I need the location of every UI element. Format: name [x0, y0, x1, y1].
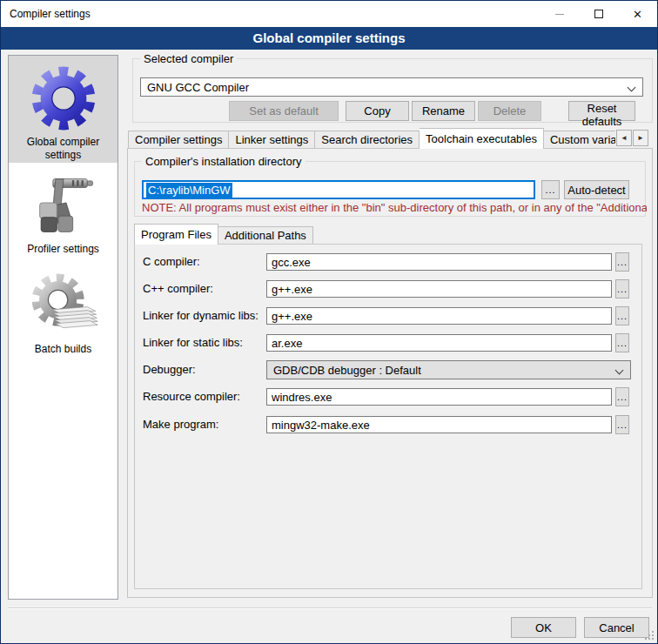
- selected-compiler-group-label: Selected compiler: [140, 52, 237, 65]
- resource-compiler-input[interactable]: [266, 388, 612, 406]
- field-label: Linker for static libs:: [143, 336, 243, 349]
- page-title: Global compiler settings: [1, 27, 657, 50]
- field-label: Linker for dynamic libs:: [143, 309, 258, 322]
- browse-dynamic-linker-button[interactable]: ...: [615, 306, 629, 325]
- reset-defaults-button[interactable]: Reset defaults: [568, 101, 635, 121]
- compiler-combobox-value: GNU GCC Compiler: [147, 81, 249, 94]
- sidebar-item-label: Profiler settings: [9, 243, 118, 263]
- footer-divider: [8, 607, 652, 609]
- sidebar-item-profiler-settings[interactable]: Profiler settings: [9, 163, 118, 263]
- c-compiler-input[interactable]: [266, 253, 612, 271]
- auto-detect-button[interactable]: Auto-detect: [564, 180, 629, 199]
- installation-directory-value: C:\raylib\MinGW: [146, 183, 232, 198]
- browse-static-linker-button[interactable]: ...: [615, 333, 629, 352]
- installation-directory-group-label: Compiler's installation directory: [142, 155, 306, 168]
- compiler-combobox[interactable]: GNU GCC Compiler: [140, 77, 643, 97]
- installation-directory-input[interactable]: C:\raylib\MinGW: [142, 180, 535, 199]
- browse-c-compiler-button[interactable]: ...: [615, 252, 629, 272]
- make-program-input[interactable]: [266, 416, 612, 433]
- tab-search-directories[interactable]: Search directories: [315, 131, 420, 149]
- cpp-compiler-input[interactable]: [266, 280, 612, 298]
- debugger-select[interactable]: GDB/CDB debugger : Default: [266, 360, 631, 379]
- field-label: C++ compiler:: [143, 282, 213, 295]
- tab-program-files[interactable]: Program Files: [134, 224, 218, 245]
- browse-cpp-compiler-button[interactable]: ...: [615, 279, 629, 299]
- rename-button[interactable]: Rename: [412, 101, 475, 121]
- tab-toolchain-executables[interactable]: Toolchain executables: [420, 128, 544, 149]
- tab-linker-settings[interactable]: Linker settings: [229, 131, 315, 149]
- settings-category-list: Global compiler settings: [8, 55, 118, 600]
- sidebar-item-global-compiler-settings[interactable]: Global compiler settings: [9, 56, 118, 163]
- tab-scroll-left-button[interactable]: ◄: [616, 130, 632, 146]
- cancel-button[interactable]: Cancel: [584, 617, 649, 638]
- browse-directory-button[interactable]: ...: [541, 180, 560, 199]
- close-button[interactable]: ✕: [618, 1, 657, 27]
- field-label: Debugger:: [143, 363, 196, 376]
- scroll-left-icon: ◄: [621, 134, 628, 142]
- window-title: Compiler settings: [10, 8, 91, 20]
- resize-grip-icon[interactable]: [644, 630, 654, 640]
- static-linker-input[interactable]: [266, 334, 612, 352]
- gear-stack-icon: [9, 268, 118, 343]
- maximize-button[interactable]: [579, 1, 618, 27]
- tab-scroll-right-button[interactable]: ►: [633, 130, 648, 146]
- chevron-down-icon: [628, 84, 636, 92]
- close-icon: ✕: [633, 9, 642, 20]
- debugger-select-value: GDB/CDB debugger : Default: [273, 364, 421, 377]
- note-text: NOTE: All programs must exist either in …: [142, 201, 647, 214]
- minimize-icon: [555, 14, 564, 15]
- set-as-default-button[interactable]: Set as default: [229, 101, 339, 121]
- tab-additional-paths[interactable]: Additional Paths: [218, 226, 313, 245]
- browse-resource-compiler-button[interactable]: ...: [615, 387, 629, 406]
- sidebar-item-label: Batch builds: [9, 343, 118, 363]
- field-label: Make program:: [143, 418, 218, 431]
- minimize-button[interactable]: [540, 1, 579, 27]
- program-tabstrip: Program Files Additional Paths: [134, 224, 395, 245]
- tab-compiler-settings[interactable]: Compiler settings: [128, 131, 229, 149]
- blue-gear-icon: [9, 61, 118, 136]
- tab-custom-variables[interactable]: Custom variables: [544, 131, 615, 149]
- delete-button[interactable]: Delete: [478, 101, 541, 121]
- scroll-right-icon: ►: [637, 134, 644, 142]
- sidebar-item-batch-builds[interactable]: Batch builds: [9, 263, 118, 366]
- ok-button[interactable]: OK: [511, 617, 576, 638]
- titlebar[interactable]: Compiler settings ✕: [1, 1, 657, 27]
- window-controls: ✕: [540, 1, 657, 27]
- maximize-icon: [594, 10, 603, 18]
- browse-make-program-button[interactable]: ...: [615, 415, 629, 434]
- main-tabstrip: Compiler settings Linker settings Search…: [128, 128, 615, 149]
- caliper-icon: [9, 168, 118, 243]
- field-label: Resource compiler:: [143, 390, 240, 403]
- copy-button[interactable]: Copy: [346, 101, 409, 121]
- field-label: C compiler:: [143, 255, 200, 268]
- chevron-down-icon: [615, 366, 624, 375]
- dynamic-linker-input[interactable]: [266, 307, 612, 325]
- compiler-settings-dialog: Compiler settings ✕ Global compiler sett…: [0, 0, 658, 644]
